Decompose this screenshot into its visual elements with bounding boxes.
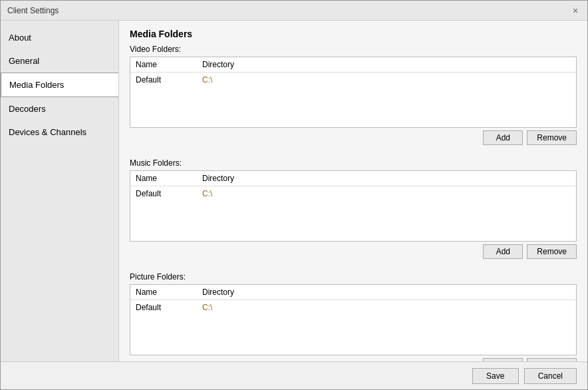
picture-folders-table: Name Directory Default C:\ [130,284,577,355]
music-remove-button[interactable]: Remove [527,244,577,259]
save-button[interactable]: Save [472,368,519,384]
sidebar-item-general[interactable]: General [1,49,118,73]
sidebar-item-decoders[interactable]: Decoders [1,97,118,120]
window-title: Client Settings [7,6,59,15]
music-row-name: Default [136,189,202,198]
music-folders-table: Name Directory Default C:\ [130,170,577,242]
section-title: Media Folders [130,29,577,39]
picture-row-dir: C:\ [202,303,571,312]
main-content: Media Folders Video Folders: Name Direct… [119,21,587,361]
sidebar-item-about[interactable]: About [1,26,118,49]
picture-table-header: Name Directory [130,285,576,300]
video-col-name: Name [136,60,202,69]
music-col-dir: Directory [202,174,571,183]
picture-table-row[interactable]: Default C:\ [130,300,576,315]
picture-col-dir: Directory [202,288,571,297]
picture-table-spacer [130,315,576,355]
sidebar: About General Media Folders Decoders Dev… [1,21,119,361]
video-folders-label: Video Folders: [130,45,577,54]
video-folders-section: Video Folders: Name Directory Default C:… [130,45,577,152]
sidebar-item-media-folders[interactable]: Media Folders [1,73,118,97]
video-add-button[interactable]: Add [483,130,523,145]
video-folders-table: Name Directory Default C:\ [130,57,577,128]
music-button-row: Add Remove [130,244,577,259]
picture-row-name: Default [136,303,202,312]
music-table-row[interactable]: Default C:\ [130,186,576,201]
picture-folders-label: Picture Folders: [130,272,577,282]
picture-folders-section: Picture Folders: Name Directory Default … [130,272,577,361]
music-add-button[interactable]: Add [483,244,523,259]
title-bar: Client Settings × [1,1,587,21]
music-folders-section: Music Folders: Name Directory Default C:… [130,158,577,266]
video-remove-button[interactable]: Remove [527,130,577,145]
music-row-dir: C:\ [202,189,571,198]
client-settings-dialog: Client Settings × About General Media Fo… [0,0,588,390]
video-table-row[interactable]: Default C:\ [130,73,576,87]
video-table-header: Name Directory [130,57,576,73]
picture-col-name: Name [136,288,202,297]
footer: Save Cancel [1,361,587,389]
music-folders-label: Music Folders: [130,158,577,168]
video-row-dir: C:\ [202,75,571,85]
music-table-header: Name Directory [130,171,576,186]
music-table-spacer [130,201,576,241]
video-col-dir: Directory [202,60,571,69]
cancel-button[interactable]: Cancel [524,368,577,384]
video-row-name: Default [136,75,202,85]
music-col-name: Name [136,174,202,183]
dialog-body: About General Media Folders Decoders Dev… [1,21,587,361]
close-button[interactable]: × [570,5,581,16]
video-table-spacer [130,87,576,127]
video-button-row: Add Remove [130,130,577,145]
sidebar-item-devices-channels[interactable]: Devices & Channels [1,120,118,144]
